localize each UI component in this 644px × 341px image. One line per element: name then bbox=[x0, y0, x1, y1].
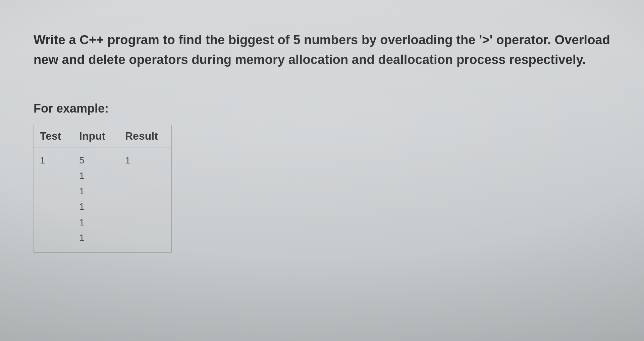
col-header-test: Test bbox=[34, 125, 73, 147]
col-header-input: Input bbox=[73, 125, 119, 147]
question-text: Write a C++ program to find the biggest … bbox=[34, 30, 610, 70]
table-row: 1 5 1 1 1 1 1 1 bbox=[34, 147, 172, 252]
cell-input: 5 1 1 1 1 1 bbox=[73, 147, 119, 252]
example-label: For example: bbox=[34, 101, 610, 116]
question-page: Write a C++ program to find the biggest … bbox=[0, 0, 644, 341]
cell-test: 1 bbox=[34, 147, 73, 252]
col-header-result: Result bbox=[119, 125, 172, 147]
example-table: Test Input Result 1 5 1 1 1 1 1 1 bbox=[34, 125, 172, 253]
cell-result: 1 bbox=[119, 147, 172, 252]
table-header-row: Test Input Result bbox=[34, 125, 172, 147]
